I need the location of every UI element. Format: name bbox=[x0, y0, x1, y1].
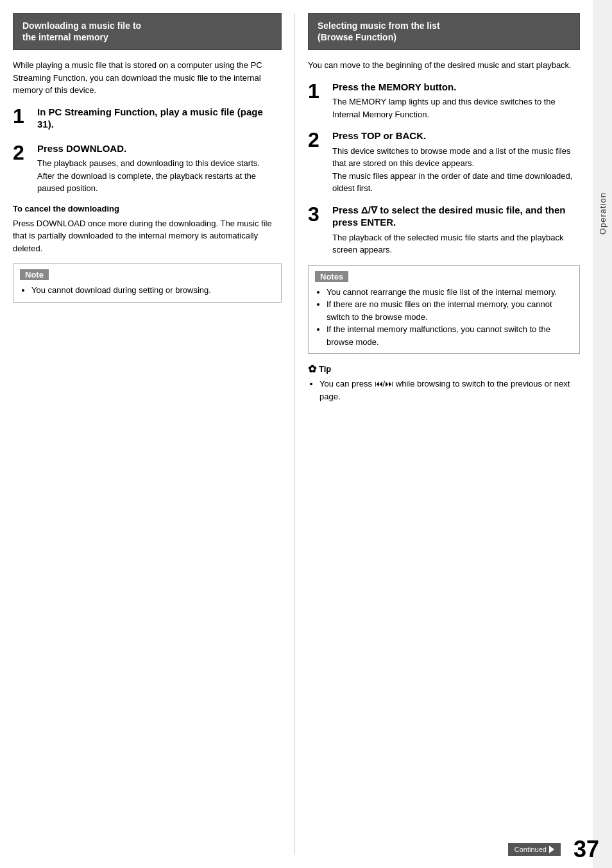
right-column: Selecting music from the list (Browse Fu… bbox=[295, 13, 580, 855]
right-step-3-desc: The playback of the selected music file … bbox=[332, 231, 580, 256]
right-step-3-title: Press Δ/∇ to select the desired music fi… bbox=[332, 204, 580, 229]
left-step-1-number: 1 bbox=[13, 106, 31, 126]
right-step-1-content: Press the MEMORY button. The MEMORY lamp… bbox=[332, 81, 580, 121]
right-notes-list: You cannot rearrange the music file list… bbox=[315, 286, 573, 349]
right-step-2-number: 2 bbox=[308, 129, 326, 150]
left-step-2: 2 Press DOWNLOAD. The playback pauses, a… bbox=[13, 142, 282, 195]
tip-item: You can press ⏮/⏭ while browsing to swit… bbox=[319, 378, 580, 403]
right-sidebar: Operation bbox=[593, 0, 612, 868]
right-step-3: 3 Press Δ/∇ to select the desired music … bbox=[308, 204, 580, 256]
right-step-2-content: Press TOP or BACK. This device switches … bbox=[332, 129, 580, 195]
left-step-2-desc2: After the download is complete, the play… bbox=[37, 170, 282, 195]
right-step-2-desc2: The music files appear in the order of d… bbox=[332, 170, 580, 195]
tip-icon: ✿ bbox=[308, 363, 316, 375]
tip-box: ✿ Tip You can press ⏮/⏭ while browsing t… bbox=[308, 363, 580, 403]
right-note-item-1: You cannot rearrange the music file list… bbox=[327, 286, 573, 299]
right-section-header: Selecting music from the list (Browse Fu… bbox=[308, 13, 580, 50]
left-step-1-title: In PC Streaming Function, play a music f… bbox=[37, 106, 282, 131]
sidebar-operation-label: Operation bbox=[598, 192, 608, 235]
left-column: Downloading a music file to the internal… bbox=[13, 13, 295, 855]
left-step-2-desc1: The playback pauses, and downloading to … bbox=[37, 157, 282, 170]
left-step-2-title: Press DOWNLOAD. bbox=[37, 142, 282, 155]
tip-label: ✿ Tip bbox=[308, 363, 580, 375]
left-note-list: You cannot download during setting or br… bbox=[20, 284, 275, 297]
main-content: Downloading a music file to the internal… bbox=[0, 0, 593, 868]
left-note-label: Note bbox=[20, 269, 49, 280]
tip-list: You can press ⏮/⏭ while browsing to swit… bbox=[308, 378, 580, 403]
continued-text: Continued bbox=[514, 846, 547, 853]
right-step-2-title: Press TOP or BACK. bbox=[332, 129, 580, 142]
right-step-1: 1 Press the MEMORY button. The MEMORY la… bbox=[308, 81, 580, 121]
right-step-2: 2 Press TOP or BACK. This device switche… bbox=[308, 129, 580, 195]
left-step-2-content: Press DOWNLOAD. The playback pauses, and… bbox=[37, 142, 282, 195]
left-intro: While playing a music file that is store… bbox=[13, 59, 282, 97]
right-step-2-desc1: This device switches to browse mode and … bbox=[332, 145, 580, 170]
right-step-1-title: Press the MEMORY button. bbox=[332, 81, 580, 94]
left-section-header: Downloading a music file to the internal… bbox=[13, 13, 282, 50]
right-step-1-desc: The MEMORY lamp lights up and this devic… bbox=[332, 96, 580, 121]
left-step-1: 1 In PC Streaming Function, play a music… bbox=[13, 106, 282, 133]
bottom-bar: Continued 37 bbox=[0, 831, 612, 868]
cancel-text: Press DOWNLOAD once more during the down… bbox=[13, 217, 282, 255]
left-step-2-number: 2 bbox=[13, 142, 31, 163]
two-column: Downloading a music file to the internal… bbox=[13, 13, 580, 855]
right-intro: You can move to the beginning of the des… bbox=[308, 59, 580, 72]
right-note-item-2: If there are no music files on the inter… bbox=[327, 298, 573, 323]
left-note-item: You cannot download during setting or br… bbox=[31, 284, 275, 297]
left-note-box: Note You cannot download during setting … bbox=[13, 263, 282, 303]
left-step-1-content: In PC Streaming Function, play a music f… bbox=[37, 106, 282, 133]
cancel-heading: To cancel the downloading bbox=[13, 204, 282, 213]
right-step-1-number: 1 bbox=[308, 81, 326, 101]
page-number: 37 bbox=[574, 836, 599, 863]
tip-text: Tip bbox=[319, 364, 331, 374]
right-note-item-3: If the internal memory malfunctions, you… bbox=[327, 323, 573, 348]
continued-arrow-icon bbox=[549, 846, 554, 853]
right-notes-box: Notes You cannot rearrange the music fil… bbox=[308, 265, 580, 355]
continued-badge: Continued bbox=[508, 843, 561, 856]
right-step-3-content: Press Δ/∇ to select the desired music fi… bbox=[332, 204, 580, 256]
right-notes-label: Notes bbox=[315, 271, 348, 282]
page-container: Downloading a music file to the internal… bbox=[0, 0, 612, 868]
right-step-3-number: 3 bbox=[308, 204, 326, 224]
